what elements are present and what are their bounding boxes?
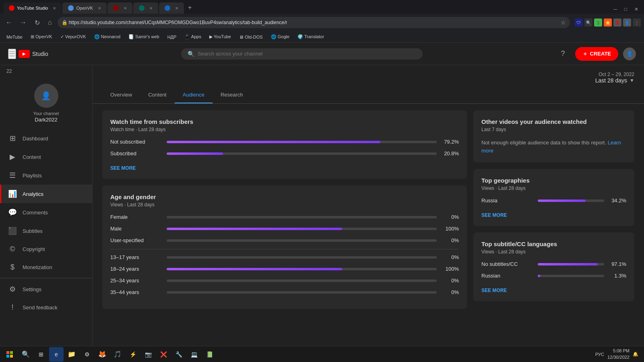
tab-audience[interactable]: Audience — [175, 87, 213, 103]
window-close-btn[interactable]: ✕ — [632, 5, 641, 14]
subtitles-icon: ⬛ — [8, 226, 17, 235]
tab-close-btn-5[interactable]: ✕ — [175, 6, 178, 10]
age-gender-title: Age and gender — [110, 193, 459, 200]
ext-star-icon[interactable]: ⭐ — [604, 19, 612, 27]
taskbar-vlc-btn[interactable]: 🎵 — [110, 347, 125, 362]
taskbar-item-9[interactable]: ❌ — [156, 347, 171, 362]
bookmark-youtube[interactable]: ▶ YouTube — [206, 33, 234, 40]
taskbar-firefox-btn[interactable]: 🦊 — [95, 347, 109, 362]
create-button[interactable]: ＋ CREATE — [575, 47, 618, 61]
date-range-label[interactable]: Last 28 days ▼ — [595, 77, 634, 84]
bookmark-metube[interactable]: MeTube — [3, 34, 26, 40]
sidebar-item-analytics[interactable]: 📊 Analytics — [0, 185, 92, 203]
taskbar-explorer-btn[interactable]: 📁 — [64, 347, 79, 362]
sidebar-divider — [0, 278, 92, 278]
window-restore-btn[interactable]: □ — [622, 5, 630, 14]
taskbar-task-view-btn[interactable]: ⊞ — [34, 347, 48, 362]
back-button[interactable]: ← — [3, 17, 14, 28]
sidebar-item-comments[interactable]: 💬 Comments — [0, 203, 92, 222]
bookmark-openvk[interactable]: ⊞ OpenVK — [27, 33, 56, 40]
sidebar-item-playlists[interactable]: ☰ Playlists — [0, 166, 92, 185]
tab-close-btn-2[interactable]: ✕ — [98, 6, 101, 10]
bar-row-russia: Russia 34.2% — [481, 197, 626, 204]
subscribed-pct: 20.8% — [441, 150, 459, 156]
bookmark-apps[interactable]: 📱 Apps — [181, 33, 204, 40]
no-subtitles-fill — [538, 263, 598, 265]
bookmark-ndp[interactable]: НДР — [164, 34, 180, 40]
settings-icon: ⚙ — [8, 285, 17, 294]
home-button[interactable]: ⌂ — [45, 17, 54, 28]
bookmark-star-icon[interactable]: ☆ — [561, 19, 566, 26]
copyright-icon: © — [8, 245, 17, 253]
watch-time-see-more[interactable]: SEE MORE — [110, 165, 136, 171]
taskbar-item-10[interactable]: 🔧 — [171, 347, 186, 362]
sidebar-label-comments: Comments — [23, 210, 48, 216]
taskbar-settings-btn[interactable]: ⚙ — [80, 347, 94, 362]
start-button[interactable] — [2, 347, 17, 362]
tab-youtube-studio[interactable]: YouTube Studio ✕ — [3, 2, 62, 14]
no-subtitles-track — [538, 263, 604, 265]
col-right: Other videos your audience watched Last … — [473, 110, 634, 309]
taskbar-item-8[interactable]: 📷 — [141, 347, 155, 362]
ext-more-icon[interactable]: ⋮ — [633, 19, 641, 27]
ext-yt-icon[interactable]: S — [613, 19, 621, 27]
search-input[interactable] — [198, 51, 416, 57]
tab-favicon-5 — [165, 5, 170, 11]
tab-close-btn-3[interactable]: ✕ — [124, 6, 127, 10]
age-35-44-track — [167, 291, 437, 294]
sidebar-item-settings[interactable]: ⚙ Settings — [0, 280, 92, 298]
ext-dollar-icon[interactable]: 💲 — [594, 19, 602, 27]
tab-overview[interactable]: Overview — [102, 87, 140, 103]
top-geo-see-more[interactable]: SEE MORE — [481, 212, 507, 218]
ext-person-icon[interactable]: 👤 — [623, 19, 631, 27]
taskbar-item-12[interactable]: 📗 — [202, 347, 217, 362]
sidebar-toggle-button[interactable]: ☰ — [8, 49, 16, 59]
sidebar-label-settings: Settings — [23, 286, 41, 292]
bar-row-male: Male 100% — [110, 226, 459, 232]
sidebar-item-copyright[interactable]: © Copyright — [0, 240, 92, 258]
top-subtitle-see-more[interactable]: SEE MORE — [481, 288, 507, 293]
tab-favicon-3 — [113, 5, 119, 11]
bookmark-translator[interactable]: 🌍 Translator — [294, 33, 327, 40]
sidebar-item-subtitles[interactable]: ⬛ Subtitles — [0, 222, 92, 240]
taskbar-item-11[interactable]: 💻 — [187, 347, 201, 362]
ext-search-icon[interactable]: 🔍 — [584, 19, 592, 27]
russia-pct: 34.2% — [608, 197, 626, 204]
sidebar-item-feedback[interactable]: ! Send feedback — [0, 298, 92, 317]
create-plus-icon: ＋ — [582, 50, 588, 58]
age-25-34-pct: 0% — [441, 278, 459, 284]
bookmark-samir[interactable]: 📑 Samir's web — [125, 33, 163, 40]
tab-openvk[interactable]: OpenVK ✕ — [62, 2, 107, 14]
other-videos-body: Not enough eligible audience data to sho… — [481, 139, 626, 154]
header-search-bar[interactable]: 🔍 — [181, 48, 423, 60]
tab-5[interactable]: ✕ — [159, 2, 184, 14]
bookmark-neonarod[interactable]: 🌐 Neonarod — [91, 33, 124, 40]
forward-button[interactable]: → — [18, 17, 29, 28]
bookmark-gogle[interactable]: 🌐 Gogle — [268, 33, 293, 40]
address-input[interactable] — [58, 17, 570, 28]
help-button[interactable]: ? — [556, 47, 570, 61]
female-label: Female — [110, 214, 163, 220]
window-minimize-btn[interactable]: ─ — [611, 5, 619, 14]
tab-3[interactable]: ✕ — [107, 2, 132, 14]
refresh-button[interactable]: ↻ — [32, 17, 42, 28]
ext-shield-icon[interactable]: 🛡 — [575, 19, 583, 27]
tab-close-btn[interactable]: ✕ — [53, 6, 56, 10]
new-tab-button[interactable]: + — [185, 2, 195, 13]
taskbar-notification-icon[interactable]: 🔔 — [633, 352, 638, 357]
tab-4[interactable]: ✕ — [133, 2, 158, 14]
bookmark-olddos[interactable]: 🖥 Old-DOS — [236, 34, 266, 40]
sidebar-item-monetization[interactable]: $ Monetization — [0, 258, 92, 276]
sidebar-item-dashboard[interactable]: ⊞ Dashboard — [0, 129, 92, 148]
tab-favicon — [9, 5, 14, 11]
taskbar-search-btn[interactable]: 🔍 — [19, 347, 33, 362]
tab-close-btn-4[interactable]: ✕ — [149, 6, 153, 10]
taskbar-item-7[interactable]: ⚡ — [126, 347, 140, 362]
account-avatar[interactable]: 👤 — [623, 47, 636, 60]
sidebar-item-content[interactable]: ▶ Content — [0, 148, 92, 166]
bookmark-vepurovk[interactable]: ✓ VepurOVK — [57, 33, 89, 40]
taskbar-ie-btn[interactable]: e — [49, 347, 64, 362]
tab-content[interactable]: Content — [140, 87, 175, 103]
tab-research[interactable]: Research — [213, 87, 251, 103]
sidebar-year: 22 — [0, 65, 92, 77]
